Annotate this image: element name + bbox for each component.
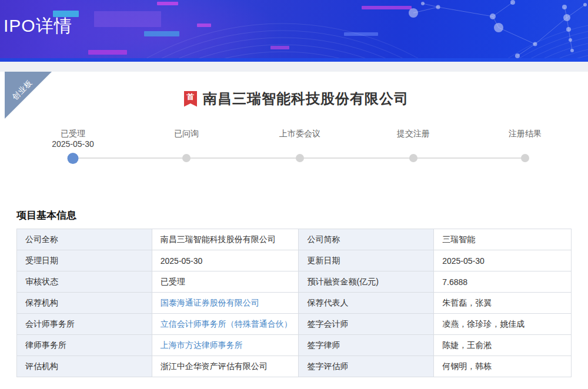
row-value: 上海市方达律师事务所 [152, 335, 299, 356]
row-label: 公司简称 [299, 229, 434, 250]
table-row: 审核状态已受理预计融资金额(亿元)7.6888 [17, 271, 572, 293]
row-label: 会计师事务所 [17, 314, 152, 335]
row-value: 已受理 [152, 271, 299, 293]
row-label: 更新日期 [299, 250, 434, 271]
row-value: 何钢明，韩栋 [434, 356, 572, 377]
ipo-detail-page: IPO详情 创业板 首 南昌三瑞智能科技股份有限公司 已受理2025-05-30… [0, 0, 588, 389]
table-row: 公司全称南昌三瑞智能科技股份有限公司公司简称三瑞智能 [17, 229, 572, 250]
row-value: 朱哲磊，张翼 [434, 293, 572, 314]
step-2: 已问询 [139, 128, 233, 139]
row-value: 7.6888 [434, 271, 572, 293]
table-row: 会计师事务所立信会计师事务所（特殊普通合伙）签字会计师凌燕，徐珍珍，姚佳成 [17, 314, 572, 335]
row-value: 三瑞智能 [434, 229, 572, 250]
step-1: 已受理2025-05-30 [26, 128, 120, 149]
step-label: 上市委会议 [253, 128, 347, 139]
page-title: IPO详情 [4, 14, 72, 38]
info-table: 公司全称南昌三瑞智能科技股份有限公司公司简称三瑞智能受理日期2025-05-30… [16, 229, 572, 377]
company-name: 南昌三瑞智能科技股份有限公司 [203, 89, 409, 108]
row-label: 审核状态 [17, 271, 152, 293]
step-date: 2025-05-30 [26, 139, 120, 149]
row-value: 南昌三瑞智能科技股份有限公司 [152, 229, 299, 250]
row-label: 签字律师 [299, 335, 434, 356]
row-value-link[interactable]: 上海市方达律师事务所 [161, 340, 243, 350]
row-value-link[interactable]: 立信会计师事务所（特殊普通合伙） [161, 319, 292, 328]
step-dot [409, 154, 417, 162]
row-value: 2025-05-30 [434, 250, 572, 271]
row-label: 保荐机构 [17, 293, 152, 314]
first-issue-badge-icon: 首 [184, 91, 197, 107]
step-dot [296, 154, 304, 162]
row-value-link[interactable]: 国泰海通证券股份有限公司 [161, 298, 259, 307]
step-dot [182, 154, 191, 162]
table-row: 受理日期2025-05-30更新日期2025-05-30 [17, 250, 572, 271]
row-label: 签字评估师 [299, 356, 434, 377]
step-label: 提交注册 [366, 128, 460, 139]
row-label: 律师事务所 [17, 335, 152, 356]
row-value: 立信会计师事务所（特殊普通合伙） [152, 314, 299, 335]
row-label: 保荐代表人 [299, 293, 434, 314]
row-value: 浙江中企华资产评估有限公司 [152, 356, 299, 377]
table-row: 保荐机构国泰海通证券股份有限公司保荐代表人朱哲磊，张翼 [17, 293, 572, 314]
row-label: 受理日期 [17, 250, 152, 271]
row-label: 签字会计师 [299, 314, 434, 335]
step-dot-active [68, 153, 79, 164]
page-header-banner: IPO详情 [0, 0, 588, 62]
row-value: 凌燕，徐珍珍，姚佳成 [434, 314, 572, 335]
info-table-body: 公司全称南昌三瑞智能科技股份有限公司公司简称三瑞智能受理日期2025-05-30… [17, 229, 572, 377]
step-label: 已问询 [139, 128, 233, 139]
row-label: 公司全称 [17, 229, 152, 250]
row-label: 预计融资金额(亿元) [299, 271, 434, 293]
row-value: 陈婕，王俞淞 [434, 335, 572, 356]
section-title: 项目基本信息 [16, 209, 76, 222]
content-card: 创业板 首 南昌三瑞智能科技股份有限公司 已受理2025-05-30已问询上市委… [5, 72, 588, 389]
subheader-strip [0, 62, 588, 72]
banner-network-graphic [0, 0, 588, 62]
stepper: 已受理2025-05-30已问询上市委会议提交注册注册结果 [5, 128, 588, 169]
table-row: 评估机构浙江中企华资产评估有限公司签字评估师何钢明，韩栋 [17, 356, 572, 377]
step-5: 注册结果 [478, 128, 572, 139]
step-dot [521, 154, 529, 162]
step-4: 提交注册 [366, 128, 460, 139]
table-row: 律师事务所上海市方达律师事务所签字律师陈婕，王俞淞 [17, 335, 572, 356]
step-3: 上市委会议 [253, 128, 347, 139]
company-title-row: 首 南昌三瑞智能科技股份有限公司 [5, 88, 588, 109]
row-value: 国泰海通证券股份有限公司 [152, 293, 299, 314]
row-value: 2025-05-30 [152, 250, 299, 271]
step-label: 注册结果 [478, 128, 572, 139]
row-label: 评估机构 [17, 356, 152, 377]
step-label: 已受理 [26, 128, 120, 139]
